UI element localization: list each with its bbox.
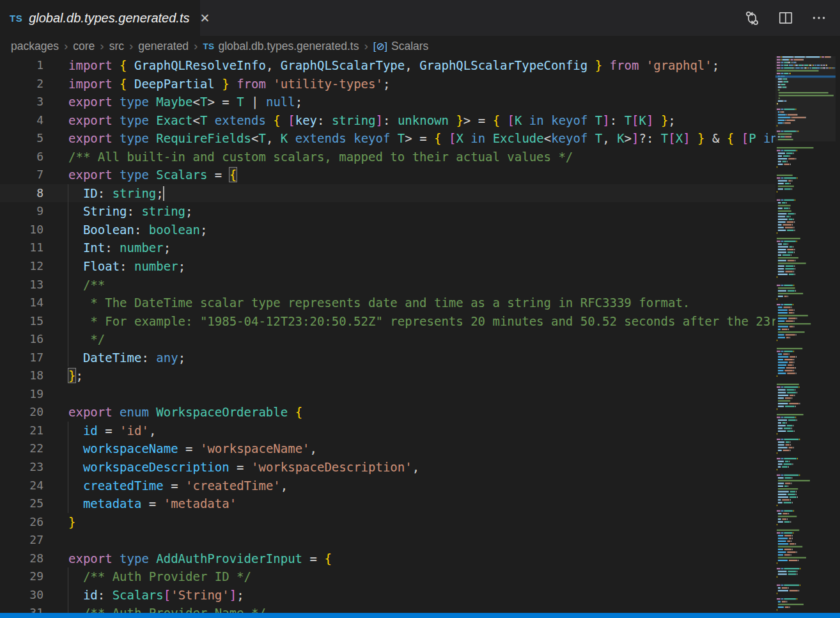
code-line[interactable]: 14 * The DateTime scalar type represents… [0, 294, 775, 312]
code-line[interactable]: 7export type Scalars = { [0, 166, 775, 184]
breadcrumb-item-packages[interactable]: packages [11, 40, 59, 53]
chevron-right-icon: › [194, 39, 198, 53]
indent-guide [68, 422, 68, 513]
code-line[interactable]: 3export type Maybe<T> = T | null; [0, 93, 775, 111]
breadcrumb-item-scalars[interactable]: [⊘]Scalars [373, 40, 429, 53]
tab-close-icon[interactable]: ✕ [199, 12, 210, 24]
line-number: 18 [0, 367, 56, 385]
typescript-file-icon: TS [203, 42, 214, 51]
breadcrumb-label: src [109, 40, 124, 53]
code-line[interactable]: 25 metadata = 'metadata' [0, 495, 775, 513]
line-number: 4 [0, 111, 56, 130]
code-line[interactable]: 19 [0, 385, 775, 404]
code-line[interactable]: 16 */ [0, 330, 775, 349]
line-number: 1 [0, 56, 56, 75]
line-number: 20 [0, 403, 56, 422]
symbol-type-icon: [⊘] [373, 40, 387, 52]
code-line[interactable]: 11 Int: number; [0, 239, 775, 257]
line-number: 9 [0, 202, 56, 221]
chevron-right-icon: › [364, 39, 368, 53]
line-number: 8 [0, 184, 56, 203]
breadcrumb-item-src[interactable]: src [109, 40, 124, 53]
status-bar [0, 613, 840, 618]
chevron-right-icon: › [100, 39, 104, 53]
code-line[interactable]: 9 String: string; [0, 202, 775, 221]
breadcrumb-label: generated [138, 40, 189, 53]
line-number: 3 [0, 93, 56, 111]
line-number: 12 [0, 257, 56, 276]
typescript-file-icon: TS [10, 13, 22, 24]
breadcrumb-label: Scalars [391, 40, 428, 53]
code-line[interactable]: 24 createdTime = 'createdTime', [0, 477, 775, 495]
indent-guide [68, 567, 68, 618]
line-number: 5 [0, 129, 56, 148]
code-line[interactable]: 30 id: Scalars['String']; [0, 586, 775, 605]
line-number: 21 [0, 422, 56, 440]
line-number: 30 [0, 586, 56, 605]
code-line[interactable]: 8 ID: string; [0, 184, 775, 203]
code-line[interactable]: 26} [0, 513, 775, 532]
line-number: 25 [0, 495, 56, 513]
line-number: 15 [0, 312, 56, 331]
line-number: 2 [0, 75, 56, 93]
chevron-right-icon: › [64, 39, 68, 53]
code-line[interactable]: 4export type Exact<T extends { [key: str… [0, 111, 775, 130]
code-line[interactable]: 2import { DeepPartial } from 'utility-ty… [0, 75, 775, 93]
breadcrumb-label: global.db.types.generated.ts [219, 40, 359, 53]
line-number: 10 [0, 221, 56, 239]
code-line[interactable]: 13 /** [0, 276, 775, 294]
code-line[interactable]: 1import { GraphQLResolveInfo, GraphQLSca… [0, 56, 775, 75]
code-line[interactable]: 6/** All built-in and custom scalars, ma… [0, 148, 775, 166]
breadcrumb: packages›core›src›generated›TSglobal.db.… [0, 36, 840, 56]
breadcrumb-label: packages [11, 40, 59, 53]
code-line[interactable]: 12 Float: number; [0, 257, 775, 276]
code-line[interactable]: 22 workspaceName = 'workspaceName', [0, 440, 775, 458]
tab-bar: TS global.db.types.generated.ts ✕ [0, 0, 840, 36]
breadcrumb-item-core[interactable]: core [73, 40, 95, 53]
breadcrumb-label: core [73, 40, 95, 53]
code-line[interactable]: 20export enum WorkspaceOrderable { [0, 403, 775, 422]
line-number: 23 [0, 458, 56, 477]
editor-tab[interactable]: TS global.db.types.generated.ts ✕ [0, 0, 200, 36]
line-number: 26 [0, 513, 56, 532]
line-number: 27 [0, 531, 56, 550]
code-editor[interactable]: 1import { GraphQLResolveInfo, GraphQLSca… [0, 56, 775, 618]
open-changes-icon[interactable] [743, 10, 761, 27]
code-line[interactable]: 10 Boolean: boolean; [0, 221, 775, 239]
code-line[interactable]: 21 id = 'id', [0, 422, 775, 440]
code-line[interactable]: 5export type RequireFields<T, K extends … [0, 129, 775, 148]
more-actions-icon[interactable] [811, 10, 827, 26]
tab-title: global.db.types.generated.ts [29, 11, 189, 26]
code-line[interactable]: 17 DateTime: any; [0, 349, 775, 367]
line-number: 13 [0, 276, 56, 294]
code-line[interactable]: 27 [0, 531, 775, 550]
line-number: 6 [0, 148, 56, 166]
line-number: 16 [0, 330, 56, 349]
chevron-right-icon: › [129, 39, 133, 53]
split-editor-icon[interactable] [777, 10, 794, 26]
editor-actions [743, 0, 840, 36]
line-number: 28 [0, 550, 56, 568]
text-cursor [163, 186, 164, 201]
breadcrumb-item-generated[interactable]: generated [138, 40, 189, 53]
line-number: 19 [0, 385, 56, 404]
code-line[interactable]: 29 /** Auth Provider ID */ [0, 567, 775, 586]
line-number: 24 [0, 477, 56, 495]
code-line[interactable]: 23 workspaceDescription = 'workspaceDesc… [0, 458, 775, 477]
minimap[interactable] [775, 56, 836, 612]
line-number: 11 [0, 239, 56, 257]
code-line[interactable]: 15 * For example: "1985-04-12T23:20:50.5… [0, 312, 775, 331]
line-number: 7 [0, 166, 56, 184]
line-number: 29 [0, 567, 56, 586]
breadcrumb-item-global-db-types-generated-ts[interactable]: TSglobal.db.types.generated.ts [203, 40, 359, 53]
line-number: 14 [0, 294, 56, 312]
code-line[interactable]: 28export type AddAuthProviderInput = { [0, 550, 775, 568]
line-number: 22 [0, 440, 56, 458]
code-line[interactable]: 18}; [0, 367, 775, 385]
indent-guide [68, 184, 68, 367]
line-number: 17 [0, 349, 56, 367]
